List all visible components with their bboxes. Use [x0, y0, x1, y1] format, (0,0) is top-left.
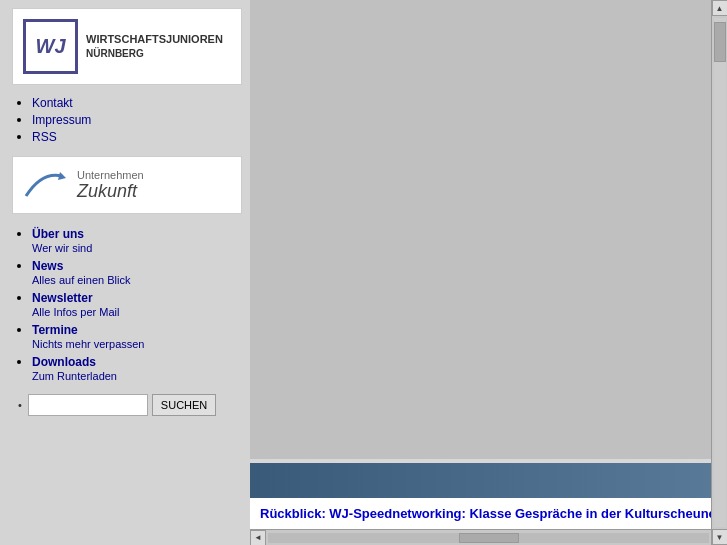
scroll-left-button[interactable]: ◄: [250, 530, 266, 546]
unternehmen-zukunft-banner[interactable]: Unternehmen Zukunft: [12, 156, 242, 214]
logo-box: WJ WIRTSCHAFTSJUNIOREN NÜRNBERG: [12, 8, 242, 85]
termine-link[interactable]: Termine: [32, 323, 78, 337]
list-item: Über uns Wer wir sind: [32, 226, 242, 254]
wer-wir-sind-link[interactable]: Wer wir sind: [32, 242, 242, 254]
dark-image-banner: [250, 463, 727, 498]
arrow-icon: [21, 165, 71, 205]
left-sidebar: WJ WIRTSCHAFTSJUNIOREN NÜRNBERG Kontakt …: [0, 0, 250, 545]
list-item: Kontakt: [32, 95, 242, 110]
scroll-track: [268, 533, 709, 543]
rss-link[interactable]: RSS: [32, 130, 57, 144]
nichts-mehr-verpassen-link[interactable]: Nichts mehr verpassen: [32, 338, 242, 350]
logo-icon: WJ: [23, 19, 78, 74]
uber-uns-link[interactable]: Über uns: [32, 227, 84, 241]
scroll-thumb[interactable]: [459, 533, 519, 543]
search-button[interactable]: SUCHEN: [152, 394, 216, 416]
svg-marker-0: [58, 172, 66, 180]
impressum-link[interactable]: Impressum: [32, 113, 91, 127]
newsletter-link[interactable]: Newsletter: [32, 291, 93, 305]
downloads-link[interactable]: Downloads: [32, 355, 96, 369]
scroll-track-vertical: [714, 18, 726, 527]
top-nav-list: Kontakt Impressum RSS: [12, 95, 242, 144]
search-area: • SUCHEN: [12, 394, 242, 416]
list-item: RSS: [32, 129, 242, 144]
scroll-thumb-vertical[interactable]: [714, 22, 726, 62]
article-section: Rückblick: WJ-Speednetworking: Klasse Ge…: [250, 498, 727, 529]
zum-runterladen-link[interactable]: Zum Runterladen: [32, 370, 242, 382]
main-nav-list: Über uns Wer wir sind News Alles auf ein…: [12, 226, 242, 382]
main-content-area: Rückblick: WJ-Speednetworking: Klasse Ge…: [250, 0, 727, 545]
scroll-down-button[interactable]: ▼: [712, 529, 728, 545]
list-item: News Alles auf einen Blick: [32, 258, 242, 286]
search-input[interactable]: [28, 394, 148, 416]
list-item: Newsletter Alle Infos per Mail: [32, 290, 242, 318]
article-title-link[interactable]: Rückblick: WJ-Speednetworking: Klasse Ge…: [260, 506, 716, 521]
kontakt-link[interactable]: Kontakt: [32, 96, 73, 110]
list-item: Impressum: [32, 112, 242, 127]
vertical-scrollbar: ▲ ▼: [711, 0, 727, 545]
news-link[interactable]: News: [32, 259, 63, 273]
list-item: Downloads Zum Runterladen: [32, 354, 242, 382]
horizontal-scrollbar: ◄ ►: [250, 529, 727, 545]
list-item: Termine Nichts mehr verpassen: [32, 322, 242, 350]
banner-text-block: Unternehmen Zukunft: [77, 169, 144, 202]
top-image-area: [250, 0, 727, 459]
alle-infos-per-mail-link[interactable]: Alle Infos per Mail: [32, 306, 242, 318]
alles-auf-einen-blick-link[interactable]: Alles auf einen Blick: [32, 274, 242, 286]
logo-text: WIRTSCHAFTSJUNIOREN NÜRNBERG: [86, 32, 223, 61]
scroll-up-button[interactable]: ▲: [712, 0, 728, 16]
